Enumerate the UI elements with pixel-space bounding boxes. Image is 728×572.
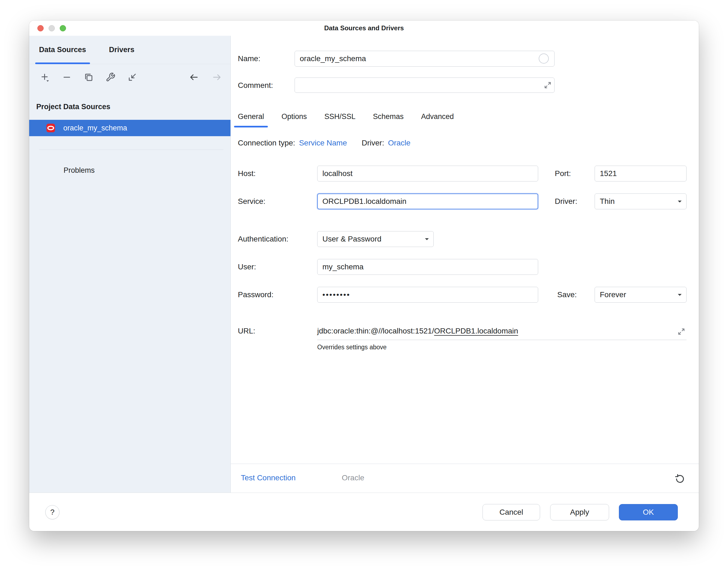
tab-general[interactable]: General — [234, 105, 268, 128]
help-button[interactable]: ? — [45, 505, 60, 519]
port-input[interactable] — [595, 166, 686, 182]
window-title: Data Sources and Drivers — [324, 24, 404, 32]
driver-label: Driver: — [555, 194, 577, 209]
sidebar-tabbar: Data Sources Drivers — [29, 36, 231, 64]
add-icon[interactable] — [40, 72, 50, 82]
tab-data-sources[interactable]: Data Sources — [39, 36, 86, 64]
driver-name-text: Oracle — [342, 470, 364, 486]
name-label: Name: — [238, 51, 260, 67]
wrench-icon[interactable] — [105, 72, 115, 82]
problems-link[interactable]: Problems — [29, 163, 231, 177]
tab-drivers-label: Drivers — [109, 46, 135, 54]
tab-advanced[interactable]: Advanced — [417, 105, 458, 128]
close-window-button[interactable] — [37, 25, 44, 31]
connection-type-label: Connection type: — [238, 139, 295, 147]
refresh-indicator-icon — [539, 54, 549, 64]
chevron-down-icon — [677, 200, 682, 203]
oracle-icon — [46, 123, 56, 133]
authentication-select[interactable]: User & Password — [317, 231, 434, 247]
sidebar-nav-arrows — [189, 72, 222, 82]
service-input[interactable] — [317, 194, 538, 209]
sidebar-toolbar — [29, 64, 231, 90]
footer-divider — [29, 493, 699, 493]
remove-icon[interactable] — [62, 72, 72, 82]
data-sources-dialog: Data Sources and Drivers Data Sources Dr… — [29, 20, 699, 531]
data-source-item-label: oracle_my_schema — [63, 124, 127, 132]
save-select[interactable]: Forever — [595, 287, 686, 303]
tab-ssh-ssl-label: SSH/SSL — [324, 113, 355, 121]
url-service-fragment[interactable]: ORCLPDB1.localdomain — [434, 327, 518, 335]
tab-drivers[interactable]: Drivers — [109, 36, 135, 64]
duplicate-icon[interactable] — [84, 72, 94, 82]
user-label: User: — [238, 259, 256, 275]
tab-general-label: General — [238, 113, 264, 121]
service-label: Service: — [238, 194, 265, 209]
bottom-bar-divider — [231, 463, 699, 464]
back-icon[interactable] — [189, 72, 199, 82]
driver-link-label: Driver: — [362, 139, 384, 147]
tab-schemas-label: Schemas — [373, 113, 404, 121]
url-prefix: jdbc:oracle:thin:@//localhost:1521/ — [317, 327, 434, 335]
ok-button[interactable]: OK — [619, 504, 678, 520]
zoom-window-button[interactable] — [60, 25, 66, 31]
comment-input[interactable] — [295, 77, 555, 93]
chevron-down-icon — [677, 293, 682, 297]
chevron-down-icon — [424, 237, 429, 241]
url-hint: Overrides settings above — [317, 344, 387, 351]
forward-icon[interactable] — [212, 72, 222, 82]
help-button-label: ? — [50, 508, 55, 517]
name-input[interactable] — [295, 51, 555, 67]
expand-icon[interactable] — [544, 81, 552, 89]
save-label: Save: — [557, 287, 577, 303]
user-input[interactable] — [317, 259, 538, 275]
port-label: Port: — [555, 166, 571, 182]
password-label: Password: — [238, 287, 273, 303]
tab-schemas[interactable]: Schemas — [369, 105, 407, 128]
url-field[interactable]: jdbc:oracle:thin:@//localhost:1521/ORCLP… — [317, 323, 686, 340]
revert-icon[interactable] — [674, 474, 685, 484]
sidebar: Data Sources Drivers — [29, 36, 231, 493]
driver-select[interactable]: Thin — [595, 194, 686, 209]
apply-button[interactable]: Apply — [550, 504, 609, 520]
password-input[interactable] — [317, 287, 538, 303]
traffic-lights — [37, 20, 66, 36]
data-source-item-oracle-my-schema[interactable]: oracle_my_schema — [29, 120, 231, 136]
url-label: URL: — [238, 323, 255, 339]
project-data-sources-header: Project Data Sources — [29, 98, 231, 115]
host-input[interactable] — [317, 166, 538, 182]
comment-label: Comment: — [238, 77, 273, 93]
expand-icon[interactable] — [677, 328, 685, 336]
import-icon[interactable] — [128, 72, 137, 82]
test-connection-link[interactable]: Test Connection — [241, 470, 296, 486]
minimize-window-button[interactable] — [49, 25, 55, 31]
host-label: Host: — [238, 166, 256, 182]
driver-select-value: Thin — [600, 197, 615, 206]
cancel-button[interactable]: Cancel — [483, 504, 540, 520]
form-tabbar: General Options SSH/SSL Schemas Advanced — [234, 105, 458, 128]
connection-type-row: Connection type: Service Name Driver: Or… — [238, 135, 410, 151]
tab-options[interactable]: Options — [278, 105, 311, 128]
tab-ssh-ssl[interactable]: SSH/SSL — [321, 105, 359, 128]
titlebar: Data Sources and Drivers — [29, 20, 699, 36]
connection-type-link[interactable]: Service Name — [299, 139, 347, 147]
comment-field-wrap — [295, 77, 555, 93]
tab-advanced-label: Advanced — [421, 113, 454, 121]
tab-options-label: Options — [281, 113, 307, 121]
tab-data-sources-label: Data Sources — [39, 46, 86, 54]
driver-link[interactable]: Oracle — [388, 139, 410, 147]
save-select-value: Forever — [600, 290, 626, 299]
authentication-select-value: User & Password — [322, 235, 381, 243]
authentication-label: Authentication: — [238, 231, 288, 247]
